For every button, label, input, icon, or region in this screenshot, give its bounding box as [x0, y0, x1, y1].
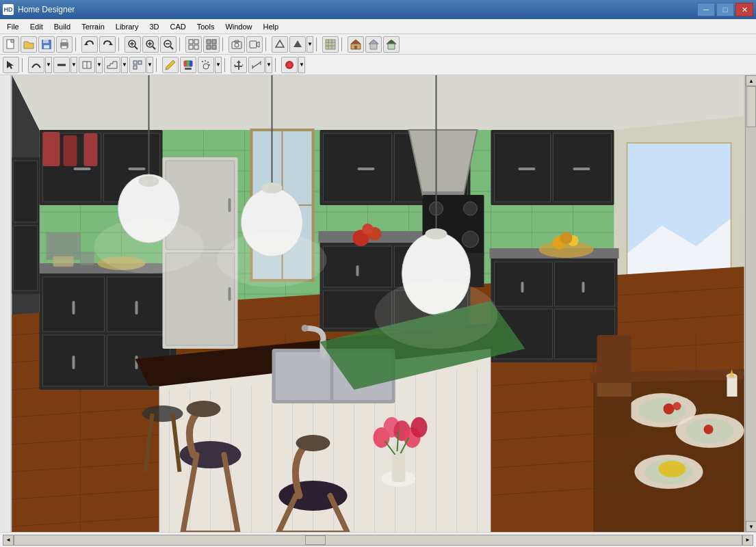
move-tool[interactable]	[231, 57, 247, 73]
canvas-area[interactable]	[11, 75, 745, 532]
record-dropdown[interactable]: ▼	[298, 57, 305, 73]
view-dropdown-arrow[interactable]: ▼	[307, 36, 313, 53]
svg-rect-2	[43, 40, 49, 43]
room-dropdown[interactable]: ▼	[146, 57, 153, 73]
svg-point-61	[202, 61, 203, 62]
spray-tool[interactable]	[198, 57, 214, 73]
svg-rect-56	[184, 61, 187, 66]
curve-tool[interactable]	[28, 57, 44, 73]
svg-point-62	[205, 60, 206, 62]
texture-button[interactable]	[322, 36, 339, 53]
svg-marker-34	[294, 40, 302, 47]
svg-point-63	[207, 62, 209, 63]
zoom-in-button[interactable]	[142, 36, 159, 53]
menu-cad[interactable]: CAD	[164, 21, 191, 32]
select-tool[interactable]	[3, 57, 19, 73]
svg-point-216	[363, 224, 374, 235]
arrow-up-button[interactable]	[272, 36, 288, 53]
scroll-track-v[interactable]	[746, 86, 756, 521]
cabinet-dropdown[interactable]: ▼	[96, 57, 103, 73]
house3-btn[interactable]	[383, 36, 400, 53]
menu-tools[interactable]: Tools	[192, 21, 220, 32]
menu-window[interactable]: Window	[220, 21, 257, 32]
stairs-tool[interactable]	[104, 57, 120, 73]
vertical-scrollbar[interactable]: ▲ ▼	[745, 75, 756, 532]
svg-rect-179	[229, 287, 231, 301]
svg-rect-57	[187, 61, 190, 66]
zoom-fit-button[interactable]	[125, 36, 141, 53]
scroll-up-button[interactable]: ▲	[746, 75, 756, 86]
svg-rect-265	[53, 256, 74, 267]
separator-4	[222, 38, 226, 51]
menu-library[interactable]: Library	[110, 21, 144, 32]
svg-rect-266	[81, 252, 94, 265]
svg-marker-65	[234, 60, 244, 70]
maximize-button[interactable]: □	[716, 3, 734, 16]
spray-dropdown[interactable]: ▼	[215, 57, 222, 73]
redo-button[interactable]	[99, 36, 116, 53]
scroll-right-button[interactable]: ►	[742, 535, 753, 546]
svg-rect-128	[358, 168, 375, 170]
svg-marker-33	[276, 40, 284, 47]
dimension-dropdown[interactable]: ▼	[265, 57, 272, 73]
scroll-thumb-v[interactable]	[746, 86, 756, 127]
wall-dropdown[interactable]: ▼	[70, 57, 77, 73]
open-button[interactable]	[21, 36, 37, 53]
menu-terrain[interactable]: Terrain	[76, 21, 110, 32]
svg-rect-209	[276, 352, 330, 400]
undo-button[interactable]	[81, 36, 98, 53]
svg-rect-133	[519, 168, 536, 170]
svg-rect-52	[138, 61, 142, 64]
close-button[interactable]: ✕	[735, 3, 753, 16]
svg-rect-35	[326, 40, 335, 49]
new-button[interactable]	[3, 36, 19, 53]
scroll-thumb-h[interactable]	[305, 535, 326, 545]
dimension-tool[interactable]	[248, 57, 265, 73]
grid-button[interactable]	[185, 36, 202, 53]
minimize-button[interactable]: ─	[697, 3, 715, 16]
video-button[interactable]	[246, 36, 263, 53]
svg-marker-54	[166, 60, 175, 70]
kitchen-render	[11, 75, 745, 532]
color-tool[interactable]	[180, 57, 196, 73]
view-button[interactable]	[289, 36, 306, 53]
room-tool[interactable]	[129, 57, 146, 73]
house2-btn[interactable]	[365, 36, 382, 53]
svg-line-18	[170, 46, 173, 49]
menu-edit[interactable]: Edit	[25, 21, 49, 32]
wall-tool[interactable]	[53, 57, 70, 73]
svg-point-268	[218, 232, 327, 287]
svg-rect-259	[727, 376, 738, 397]
svg-rect-272	[84, 133, 98, 166]
zoom-out-button[interactable]	[160, 36, 177, 53]
grid2-button[interactable]	[203, 36, 220, 53]
svg-rect-126	[324, 133, 392, 202]
svg-rect-27	[212, 45, 216, 49]
pencil-tool[interactable]	[162, 57, 179, 73]
svg-rect-258	[597, 383, 631, 397]
menu-build[interactable]: Build	[49, 21, 76, 32]
print-button[interactable]	[56, 36, 73, 53]
menu-help[interactable]: Help	[258, 21, 285, 32]
svg-point-247	[638, 398, 686, 423]
separator-t2-2	[156, 58, 159, 72]
menu-3d[interactable]: 3D	[144, 21, 164, 32]
save-button[interactable]	[38, 36, 55, 53]
svg-rect-22	[189, 45, 193, 49]
separator-2	[118, 38, 122, 51]
svg-point-240	[296, 435, 330, 451]
curve-dropdown[interactable]: ▼	[45, 57, 52, 73]
svg-marker-41	[351, 40, 361, 44]
cabinet-tool[interactable]	[79, 57, 95, 73]
svg-rect-21	[194, 40, 198, 44]
separator-5	[265, 38, 269, 51]
scroll-down-button[interactable]: ▼	[746, 521, 756, 532]
scroll-left-button[interactable]: ◄	[3, 535, 14, 546]
record-tool[interactable]	[281, 57, 298, 73]
camera-button[interactable]	[229, 36, 245, 53]
house-btn[interactable]	[348, 36, 364, 53]
stairs-dropdown[interactable]: ▼	[121, 57, 128, 73]
horizontal-scrollbar[interactable]	[14, 535, 742, 546]
menu-file[interactable]: File	[1, 21, 25, 32]
svg-rect-51	[133, 61, 137, 64]
